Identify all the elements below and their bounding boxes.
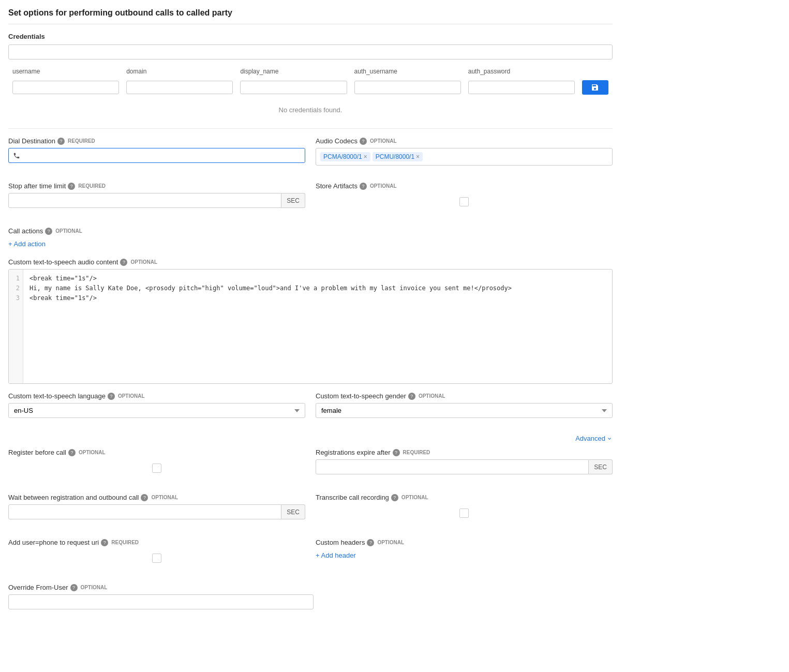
transcribe-info-icon: ? [391, 494, 398, 501]
auth-password-input[interactable] [468, 81, 575, 94]
wait-between-info-icon: ? [141, 494, 148, 501]
registrations-expire-unit: SEC [589, 459, 613, 474]
custom-tts-textarea[interactable]: <break time="1s"/> Hi, my name is Sally … [23, 270, 612, 383]
codec-tag-label-0: PCMA/8000/1 [323, 153, 362, 160]
register-before-call-badge: OPTIONAL [79, 450, 106, 455]
col-display-name: display_name [237, 66, 350, 77]
col-auth-username: auth_username [351, 66, 464, 77]
wait-between-badge: OPTIONAL [151, 495, 178, 500]
stop-after-unit: SEC [281, 193, 305, 208]
store-artifacts-checkbox[interactable] [459, 197, 469, 206]
add-user-phone-label: Add user=phone to request uri [8, 539, 99, 546]
registrations-expire-badge: REQUIRED [403, 450, 430, 455]
username-input[interactable] [12, 81, 119, 94]
tts-language-info-icon: ? [108, 393, 115, 400]
stop-after-badge: REQUIRED [78, 183, 106, 189]
custom-headers-badge: OPTIONAL [377, 540, 404, 545]
registrations-expire-info-icon: ? [393, 449, 400, 456]
add-user-phone-badge: REQUIRED [111, 540, 139, 545]
dial-destination-badge: REQUIRED [68, 138, 95, 144]
audio-codecs-label: Audio Codecs [316, 137, 358, 145]
add-user-phone-info-icon: ? [101, 539, 108, 546]
auth-username-input[interactable] [354, 81, 461, 94]
wait-between-input[interactable]: 0 [8, 504, 281, 519]
override-from-user-label: Override From-User [8, 584, 68, 591]
tts-gender-label: Custom text-to-speech gender [316, 392, 406, 400]
store-artifacts-info-icon: ? [360, 183, 367, 190]
tts-gender-info-icon: ? [408, 393, 415, 400]
add-header-button[interactable]: + Add header [316, 549, 356, 561]
custom-tts-info-icon: ? [120, 259, 127, 266]
override-from-user-input[interactable] [8, 594, 314, 609]
codec-tag-0[interactable]: PCMA/8000/1 × [320, 152, 370, 161]
registrations-expire-input[interactable]: 300 [316, 459, 589, 474]
register-before-call-info-icon: ? [68, 449, 76, 456]
credentials-label: Credentials [8, 33, 613, 40]
tts-language-label: Custom text-to-speech language [8, 392, 106, 400]
domain-input[interactable] [126, 81, 233, 94]
stop-after-label: Stop after time limit [8, 182, 66, 190]
tts-gender-badge: OPTIONAL [419, 393, 445, 399]
store-artifacts-label: Store Artifacts [316, 182, 358, 190]
stop-after-input[interactable]: 180 [8, 193, 281, 208]
audio-codecs-input[interactable]: PCMA/8000/1 × PCMU/8000/1 × [316, 148, 613, 166]
wait-between-unit: SEC [281, 504, 305, 519]
tts-language-badge: OPTIONAL [118, 393, 145, 399]
call-actions-label: Call actions [8, 227, 43, 235]
dial-destination-label: Dial Destination [8, 137, 55, 145]
call-actions-info-icon: ? [45, 228, 52, 235]
custom-tts-label: Custom text-to-speech audio content [8, 258, 118, 266]
col-domain: domain [123, 66, 236, 77]
credentials-dropdown[interactable] [8, 44, 613, 59]
custom-tts-textarea-wrap: 1 2 3 <break time="1s"/> Hi, my name is … [8, 269, 613, 384]
col-username: username [9, 66, 122, 77]
registrations-expire-label: Registrations expire after [316, 449, 391, 456]
register-before-call-label: Register before call [8, 449, 66, 456]
col-auth-password: auth_password [465, 66, 578, 77]
call-actions-badge: OPTIONAL [55, 228, 82, 234]
transcribe-badge: OPTIONAL [401, 495, 428, 500]
register-before-call-checkbox[interactable] [152, 464, 161, 473]
override-from-user-info-icon: ? [70, 584, 78, 591]
stop-after-info-icon: ? [68, 183, 75, 190]
tts-language-select[interactable]: en-US en-GB de-DE fr-FR [8, 403, 305, 418]
codec-tag-1[interactable]: PCMU/8000/1 × [373, 152, 423, 161]
page-title: Set options for performing outbound call… [8, 8, 613, 24]
add-action-button[interactable]: + Add action [8, 238, 46, 250]
transcribe-checkbox[interactable] [459, 509, 469, 518]
line-numbers: 1 2 3 [9, 270, 23, 383]
phone-icon [9, 148, 24, 162]
display-name-input[interactable] [240, 81, 347, 94]
tts-gender-select[interactable]: female male [316, 403, 613, 418]
dial-destination-input-wrap: +43 12345 [8, 148, 305, 163]
codec-tag-label-1: PCMU/8000/1 [376, 153, 414, 160]
transcribe-label: Transcribe call recording [316, 494, 389, 501]
audio-codecs-info-icon: ? [360, 138, 367, 145]
codec-tag-remove-0[interactable]: × [364, 154, 367, 160]
custom-headers-label: Custom headers [316, 539, 365, 546]
codec-tag-remove-1[interactable]: × [416, 154, 420, 160]
wait-between-label: Wait between registration and outbound c… [8, 494, 139, 501]
custom-tts-badge: OPTIONAL [130, 259, 157, 265]
dial-destination-input[interactable]: +43 12345 [24, 148, 305, 162]
store-artifacts-badge: OPTIONAL [370, 183, 397, 189]
audio-codecs-badge: OPTIONAL [370, 138, 397, 144]
add-user-phone-checkbox[interactable] [152, 554, 161, 563]
no-credentials-text: No credentials found. [8, 102, 613, 118]
dial-destination-info-icon: ? [57, 138, 65, 145]
save-credentials-button[interactable] [582, 80, 608, 95]
advanced-link[interactable]: Advanced [8, 435, 613, 442]
custom-headers-info-icon: ? [367, 539, 374, 546]
override-from-user-badge: OPTIONAL [81, 585, 108, 590]
